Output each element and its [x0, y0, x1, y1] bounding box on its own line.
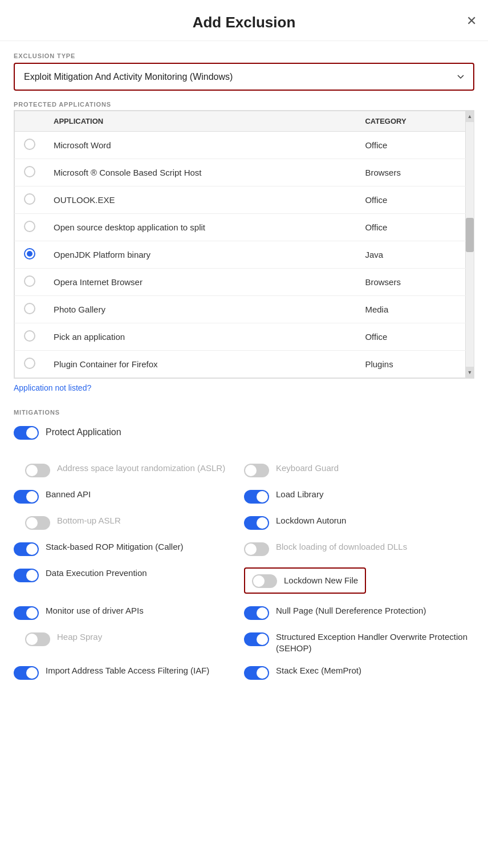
mitigation-toggle[interactable]: [25, 632, 50, 646]
table-row[interactable]: Plugin Container for Firefox Plugins: [15, 351, 466, 378]
radio-button[interactable]: [24, 303, 35, 314]
table-row[interactable]: Microsoft Word Office: [15, 132, 466, 159]
mitigation-toggle[interactable]: [244, 464, 269, 477]
table-row[interactable]: OUTLOOK.EXE Office: [15, 186, 466, 214]
mitigation-toggle[interactable]: [244, 632, 269, 646]
radio-button[interactable]: [24, 248, 35, 259]
mitigation-left-cell: Banned API: [14, 483, 244, 509]
protect-application-row: Protect Application: [14, 419, 474, 448]
table-row[interactable]: Pick an application Office: [15, 323, 466, 351]
mitigations-label: MITIGATIONS: [14, 409, 474, 416]
mitigation-right-cell: Lockdown New File: [244, 562, 474, 599]
close-button[interactable]: ✕: [466, 14, 477, 29]
mitigation-right-cell: Load Library: [244, 483, 474, 509]
scroll-down-arrow[interactable]: ▼: [466, 367, 474, 378]
radio-button[interactable]: [24, 166, 35, 177]
table-row[interactable]: Open source desktop application to split…: [15, 214, 466, 241]
mitigation-label: Stack-based ROP Mitigation (Caller): [46, 541, 183, 553]
page-header: Add Exclusion ✕: [0, 0, 488, 41]
mitigation-toggle[interactable]: [14, 490, 39, 504]
lockdown-new-file-label: Lockdown New File: [284, 575, 358, 586]
app-name-cell: Microsoft ® Console Based Script Host: [44, 159, 356, 186]
mitigation-label: Load Library: [276, 489, 323, 500]
app-name-cell: OpenJDK Platform binary: [44, 241, 356, 269]
radio-button[interactable]: [24, 275, 35, 287]
mitigation-toggle[interactable]: [14, 606, 39, 620]
mitigation-right-cell: Block loading of downloaded DLLs: [244, 536, 474, 562]
mitigation-toggle[interactable]: [14, 569, 39, 582]
radio-button[interactable]: [24, 193, 35, 205]
table-row[interactable]: Photo Gallery Media: [15, 296, 466, 323]
mitigation-toggle[interactable]: [25, 464, 50, 477]
mitigation-label: Address space layout randomization (ASLR…: [57, 463, 225, 474]
radio-button[interactable]: [24, 139, 35, 150]
col-application: APPLICATION: [44, 111, 356, 132]
protect-app-toggle-thumb: [26, 427, 38, 439]
lockdown-new-file-toggle-thumb: [253, 575, 265, 587]
lockdown-new-file-toggle[interactable]: [252, 574, 277, 588]
mitigation-toggle-track: [14, 606, 39, 620]
scroll-up-arrow[interactable]: ▲: [466, 111, 474, 122]
mitigation-toggle-thumb: [26, 607, 38, 619]
mitigation-toggle-thumb: [26, 570, 38, 581]
mitigation-left-cell: Bottom-up ASLR: [14, 509, 244, 536]
mitigation-toggle-track: [25, 632, 50, 646]
protect-app-toggle-track: [14, 426, 39, 440]
mitigation-toggle-thumb: [257, 491, 268, 502]
mitigation-label: Heap Spray: [57, 631, 102, 643]
app-name-cell: Pick an application: [44, 323, 356, 351]
mitigation-toggle-track: [244, 490, 269, 504]
mitigation-label: Banned API: [46, 489, 91, 500]
category-cell: Java: [356, 241, 465, 269]
mitigation-left-cell: Data Execution Prevention: [14, 562, 244, 599]
exclusion-type-label: EXCLUSION TYPE: [14, 52, 474, 59]
mitigation-left-cell: Import Address Table Access Filtering (I…: [14, 659, 244, 686]
category-cell: Office: [356, 186, 465, 214]
table-row[interactable]: OpenJDK Platform binary Java: [15, 241, 466, 269]
mitigation-left-cell: Monitor use of driver APIs: [14, 599, 244, 626]
app-name-cell: Open source desktop application to split: [44, 214, 356, 241]
mitigation-toggle-thumb: [257, 517, 268, 529]
mitigation-toggle[interactable]: [25, 516, 50, 530]
protect-app-toggle[interactable]: [14, 426, 39, 440]
mitigation-toggle-track: [14, 490, 39, 504]
exclusion-type-select[interactable]: Exploit Mitigation And Activity Monitori…: [14, 63, 474, 91]
mitigation-toggle-track: [244, 606, 269, 620]
mitigation-toggle-thumb: [245, 465, 257, 476]
mitigation-label: Bottom-up ASLR: [57, 515, 121, 526]
scrollbar-thumb[interactable]: [466, 218, 474, 252]
category-cell: Office: [356, 214, 465, 241]
mitigation-right-cell: Null Page (Null Dereference Protection): [244, 599, 474, 626]
scrollbar-track: ▲ ▼: [466, 111, 474, 378]
radio-button[interactable]: [24, 221, 35, 232]
mitigation-toggle[interactable]: [14, 542, 39, 556]
table-row[interactable]: Opera Internet Browser Browsers: [15, 269, 466, 296]
mitigation-toggle[interactable]: [244, 490, 269, 504]
mitigation-toggle[interactable]: [14, 666, 39, 680]
radio-button[interactable]: [24, 358, 35, 369]
mitigation-toggle-thumb: [26, 491, 38, 502]
radio-button[interactable]: [24, 330, 35, 342]
mitigation-toggle[interactable]: [244, 516, 269, 530]
category-cell: Browsers: [356, 159, 465, 186]
page-title: Add Exclusion: [11, 14, 477, 31]
mitigation-toggle[interactable]: [244, 542, 269, 556]
category-cell: Browsers: [356, 269, 465, 296]
mitigation-label: Monitor use of driver APIs: [46, 605, 144, 616]
mitigation-left-cell: Address space layout randomization (ASLR…: [14, 457, 244, 483]
category-cell: Media: [356, 296, 465, 323]
mitigation-toggle[interactable]: [244, 606, 269, 620]
category-cell: Plugins: [356, 351, 465, 378]
mitigation-toggle-thumb: [26, 543, 38, 555]
protected-applications-table: APPLICATION CATEGORY Microsoft Word Offi…: [14, 111, 466, 378]
lockdown-new-file-box: Lockdown New File: [244, 567, 366, 594]
mitigation-toggle-thumb: [257, 667, 268, 679]
app-name-cell: Opera Internet Browser: [44, 269, 356, 296]
mitigation-toggle[interactable]: [244, 666, 269, 680]
mitigation-toggle-thumb: [245, 543, 257, 555]
mitigations-section: MITIGATIONS Protect Application Address …: [14, 409, 474, 686]
app-not-listed-link[interactable]: Application not listed?: [14, 383, 91, 392]
mitigation-right-cell: Keyboard Guard: [244, 457, 474, 483]
table-row[interactable]: Microsoft ® Console Based Script Host Br…: [15, 159, 466, 186]
mitigation-toggle-track: [14, 666, 39, 680]
